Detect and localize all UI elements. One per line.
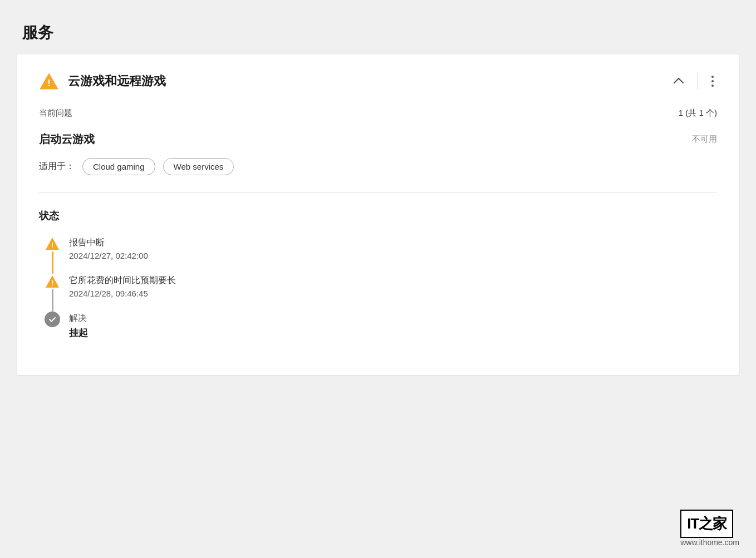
- service-card: ! 云游戏和远程游戏 当前问题 1 (共 1 个) 启动云游戏 不可用: [17, 55, 739, 375]
- tag-web-services: Web services: [163, 158, 234, 175]
- checkmark-icon: [48, 315, 57, 324]
- dot-icon: [711, 76, 714, 78]
- timeline: ! 报告中断 2024/12/27, 02:42:00 !: [39, 236, 717, 353]
- card-header-left: ! 云游戏和远程游戏: [39, 71, 166, 91]
- header-divider: [698, 73, 698, 89]
- watermark-box: IT之家: [680, 510, 733, 538]
- timeline-left-2: !: [45, 274, 60, 312]
- status-section: 状态 ! 报告中断 2024/12/27, 02:42:00: [39, 209, 717, 353]
- svg-text:!: !: [51, 279, 53, 287]
- card-title: 云游戏和远程游戏: [68, 73, 166, 90]
- timeline-event-1: 报告中断: [69, 237, 148, 249]
- tag-cloud-gaming: Cloud gaming: [82, 158, 155, 175]
- resolved-icon: [45, 312, 60, 327]
- section-title-row: 启动云游戏 不可用: [39, 132, 717, 147]
- collapse-button[interactable]: [670, 72, 688, 91]
- issues-row: 当前问题 1 (共 1 个): [39, 108, 717, 118]
- timeline-item-2: ! 它所花费的时间比预期要长 2024/12/28, 09:46:45: [45, 274, 717, 312]
- card-header: ! 云游戏和远程游戏: [39, 71, 717, 91]
- status-title: 状态: [39, 209, 717, 223]
- timeline-content-3: 解决 挂起: [69, 312, 88, 353]
- timeline-content-1: 报告中断 2024/12/27, 02:42:00: [69, 236, 148, 274]
- chevron-up-icon: [672, 74, 685, 87]
- svg-text:!: !: [51, 241, 53, 249]
- warning-icon-1: !: [45, 236, 60, 251]
- timeline-line-1: [52, 251, 53, 274]
- timeline-time-2: 2024/12/28, 09:46:45: [69, 289, 176, 298]
- resolved-label: 解决: [69, 313, 88, 324]
- watermark: IT之家 www.ithome.com: [680, 510, 739, 547]
- issues-label: 当前问题: [39, 108, 72, 118]
- timeline-left-1: !: [45, 236, 60, 274]
- svg-text:!: !: [47, 78, 50, 88]
- more-options-button[interactable]: [708, 73, 717, 89]
- timeline-time-1: 2024/12/27, 02:42:00: [69, 251, 148, 260]
- section-title: 启动云游戏: [39, 132, 95, 147]
- timeline-event-2: 它所花费的时间比预期要长: [69, 275, 176, 287]
- applies-label: 适用于：: [39, 161, 75, 172]
- timeline-item-3: 解决 挂起: [45, 312, 717, 353]
- section-divider: [39, 192, 717, 192]
- page-title: 服务: [0, 11, 756, 55]
- watermark-url: www.ithome.com: [680, 538, 739, 547]
- card-header-right: [670, 72, 717, 91]
- issues-count: 1 (共 1 个): [679, 108, 717, 118]
- warning-icon-2: !: [45, 274, 60, 289]
- timeline-line-2: [52, 289, 53, 312]
- timeline-left-3: [45, 312, 60, 353]
- dot-icon: [711, 80, 714, 82]
- resolved-value: 挂起: [69, 327, 88, 339]
- timeline-content-2: 它所花费的时间比预期要长 2024/12/28, 09:46:45: [69, 274, 176, 312]
- timeline-item-1: ! 报告中断 2024/12/27, 02:42:00: [45, 236, 717, 274]
- watermark-it-text: IT之家: [687, 514, 726, 534]
- warning-icon: !: [39, 71, 59, 91]
- applies-to-row: 适用于： Cloud gaming Web services: [39, 158, 717, 175]
- dot-icon: [711, 85, 714, 87]
- section-status: 不可用: [692, 134, 717, 145]
